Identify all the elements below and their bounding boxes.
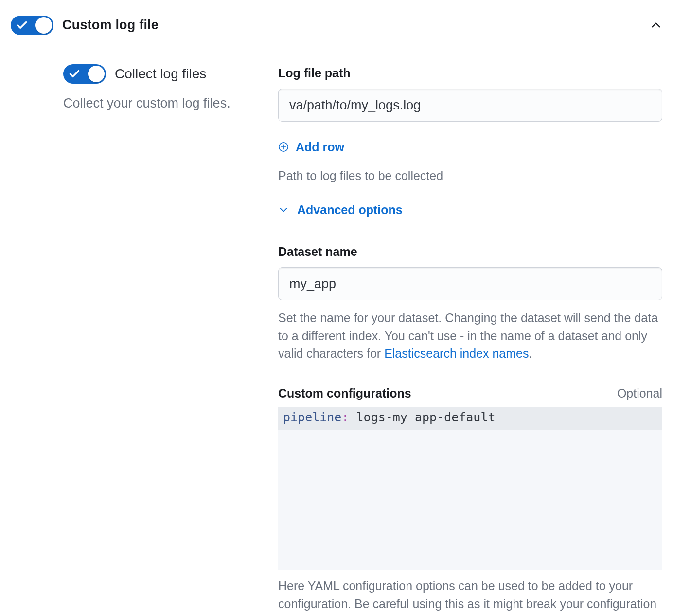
yaml-key: pipeline — [283, 410, 341, 424]
dataset-name-input[interactable] — [278, 267, 662, 300]
toggle-knob — [88, 66, 105, 82]
plus-circle-icon — [278, 142, 289, 152]
dataset-helper-post: . — [529, 346, 532, 360]
toggle-knob — [35, 17, 52, 34]
section-title: Custom log file — [62, 16, 159, 35]
custom-config-helper: Here YAML configuration options can be u… — [278, 577, 662, 616]
collapse-button[interactable] — [650, 19, 662, 32]
log-path-helper: Path to log files to be collected — [278, 167, 662, 184]
log-path-label: Log file path — [278, 64, 662, 82]
dataset-name-label: Dataset name — [278, 243, 662, 260]
advanced-options-label: Advanced options — [297, 201, 403, 218]
add-row-label: Add row — [296, 138, 344, 156]
chevron-down-icon — [278, 204, 289, 215]
yaml-colon: : — [341, 410, 349, 424]
check-icon — [68, 68, 81, 80]
elasticsearch-index-names-link[interactable]: Elasticsearch index names — [384, 346, 529, 360]
add-row-button[interactable]: Add row — [278, 138, 344, 156]
collect-log-files-toggle[interactable] — [63, 64, 106, 84]
dataset-helper: Set the name for your dataset. Changing … — [278, 309, 662, 362]
advanced-options-toggle[interactable]: Advanced options — [278, 201, 403, 218]
collect-description: Collect your custom log files. — [63, 94, 259, 113]
yaml-value: logs-my_app-default — [349, 410, 495, 424]
log-path-input[interactable] — [278, 89, 662, 122]
collect-label: Collect log files — [115, 64, 206, 84]
custom-config-label: Custom configurations — [278, 384, 411, 402]
custom-log-file-toggle[interactable] — [11, 16, 53, 35]
custom-config-editor[interactable]: pipeline: logs-my_app-default — [278, 407, 662, 570]
check-icon — [16, 19, 28, 32]
custom-config-optional: Optional — [617, 384, 662, 402]
